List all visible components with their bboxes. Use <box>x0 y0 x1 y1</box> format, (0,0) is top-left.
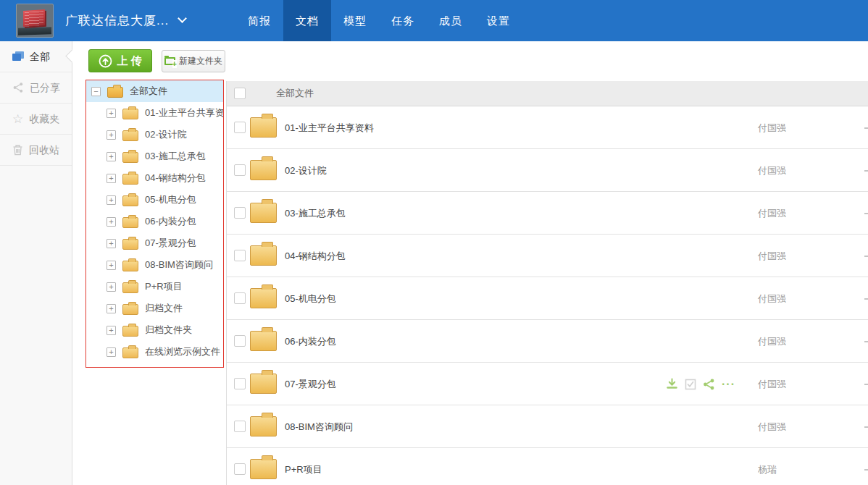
row-checkbox[interactable] <box>234 463 246 475</box>
tree-node[interactable]: + 05-机电分包 <box>86 189 223 211</box>
file-owner: 付国强 <box>758 149 786 192</box>
file-row[interactable]: 04-钢结构分包 付国强 <box>227 235 868 277</box>
folder-icon <box>250 160 277 180</box>
nav-tab-documents[interactable]: 文档 <box>283 0 331 41</box>
expand-icon[interactable]: + <box>107 347 116 357</box>
tree-node-label: P+R项目 <box>145 280 183 293</box>
expand-icon[interactable]: + <box>107 217 116 227</box>
row-checkbox[interactable] <box>234 164 246 176</box>
file-name[interactable]: 04-钢结构分包 <box>285 235 346 277</box>
expand-icon[interactable]: + <box>107 130 116 140</box>
tree-node[interactable]: + 08-BIM咨询顾问 <box>86 254 223 276</box>
tree-node-label: 01-业主平台共享资料 <box>145 106 224 119</box>
expand-icon[interactable]: + <box>107 195 116 205</box>
sidebar-item-recycle-bin[interactable]: 回收站 <box>0 135 72 166</box>
file-name[interactable]: 08-BIM咨询顾问 <box>285 405 353 448</box>
project-switcher[interactable]: 广联达信息大厦... <box>65 0 185 41</box>
expand-icon[interactable]: + <box>107 239 116 248</box>
file-name[interactable]: P+R项目 <box>285 448 322 485</box>
nav-tab-settings[interactable]: 设置 <box>475 0 522 41</box>
file-row[interactable]: 01-业主平台共享资料 付国强 <box>227 106 868 149</box>
row-checkbox[interactable] <box>234 378 246 389</box>
upload-button[interactable]: 上 传 <box>88 49 152 72</box>
tree-node[interactable]: + 06-内装分包 <box>86 211 223 232</box>
nav-tab-briefing[interactable]: 简报 <box>235 0 283 41</box>
check-square-icon[interactable] <box>685 379 696 390</box>
file-row-hovered[interactable]: 07-景观分包 ··· 付国强 <box>227 363 868 405</box>
expand-icon[interactable]: + <box>107 304 116 313</box>
row-checkbox[interactable] <box>234 292 246 304</box>
row-checkbox[interactable] <box>234 122 246 133</box>
row-checkbox[interactable] <box>234 421 246 432</box>
file-name[interactable]: 05-机电分包 <box>285 277 336 320</box>
new-folder-button[interactable]: 新建文件夹 <box>162 50 225 72</box>
share-icon <box>12 82 24 93</box>
tree-node-label: 06-内装分包 <box>145 215 196 228</box>
sidebar-item-shared[interactable]: 已分享 <box>0 72 72 104</box>
sidebar-item-favorites[interactable]: ☆ 收藏夹 <box>0 104 72 135</box>
expand-icon[interactable]: + <box>107 109 116 118</box>
file-row[interactable]: 08-BIM咨询顾问 付国强 <box>227 405 868 448</box>
row-edge-mark <box>864 256 868 257</box>
tree-node-root[interactable]: − 全部文件 <box>86 80 223 102</box>
file-name[interactable]: 07-景观分包 <box>285 363 336 405</box>
nav-tab-members[interactable]: 成员 <box>427 0 475 41</box>
tree-node[interactable]: + 03-施工总承包 <box>86 146 223 167</box>
row-checkbox[interactable] <box>234 335 246 347</box>
file-name[interactable]: 03-施工总承包 <box>285 192 346 235</box>
folder-tree-panel: − 全部文件 + 01-业主平台共享资料 + 02-设计院 + 03-施工总承包… <box>85 80 224 368</box>
file-name[interactable]: 06-内装分包 <box>285 320 336 363</box>
main-nav: 简报 文档 模型 任务 成员 设置 <box>235 0 522 41</box>
tree-node-label: 02-设计院 <box>145 128 187 141</box>
tree-node[interactable]: + 01-业主平台共享资料 <box>86 102 223 124</box>
file-row[interactable]: 06-内装分包 付国强 <box>227 320 868 363</box>
project-title: 广联达信息大厦... <box>65 14 169 28</box>
expand-icon[interactable]: + <box>107 174 116 183</box>
expand-icon[interactable]: + <box>107 261 116 270</box>
nav-tab-models[interactable]: 模型 <box>331 0 379 41</box>
file-row[interactable]: 02-设计院 付国强 <box>227 149 868 192</box>
download-icon[interactable] <box>666 378 678 390</box>
more-actions-icon[interactable]: ··· <box>722 363 735 405</box>
tree-node[interactable]: + 归档文件夹 <box>86 319 223 341</box>
expand-icon[interactable]: + <box>107 282 116 292</box>
share-icon[interactable] <box>703 379 715 390</box>
row-checkbox[interactable] <box>234 207 246 219</box>
tree-node[interactable]: + 02-设计院 <box>86 124 223 146</box>
upload-button-label: 上 传 <box>117 54 141 68</box>
expand-icon[interactable]: + <box>107 326 116 335</box>
tree-node[interactable]: + 归档文件 <box>86 298 223 319</box>
left-sidebar: 全部 已分享 ☆ 收藏夹 回收站 <box>0 41 72 485</box>
file-name[interactable]: 01-业主平台共享资料 <box>285 106 374 149</box>
folder-icon <box>250 331 277 351</box>
folder-icon <box>122 109 138 119</box>
file-name[interactable]: 02-设计院 <box>285 149 327 192</box>
tree-node[interactable]: + 在线浏览示例文件 <box>86 341 223 363</box>
row-edge-mark <box>864 341 868 342</box>
file-owner: 付国强 <box>758 320 786 363</box>
row-checkbox[interactable] <box>234 250 246 261</box>
sidebar-item-all[interactable]: 全部 <box>0 41 72 72</box>
tree-node[interactable]: + 04-钢结构分包 <box>86 167 223 189</box>
nav-tab-tasks[interactable]: 任务 <box>379 0 427 41</box>
file-list-header: 全部文件 <box>227 81 868 106</box>
tree-node-label: 归档文件 <box>145 302 183 315</box>
sidebar-item-label: 回收站 <box>29 135 59 166</box>
select-all-checkbox[interactable] <box>234 88 246 99</box>
project-logo <box>16 4 54 38</box>
file-list: 全部文件 01-业主平台共享资料 付国强 02-设计院 付国强 03-施工总承包… <box>226 81 868 485</box>
tree-node-label: 05-机电分包 <box>145 193 196 206</box>
collapse-icon[interactable]: − <box>91 87 101 96</box>
file-row[interactable]: 03-施工总承包 付国强 <box>227 192 868 235</box>
row-edge-mark <box>864 298 868 300</box>
row-edge-mark <box>864 469 868 471</box>
tree-node[interactable]: + 07-景观分包 <box>86 232 223 254</box>
file-row[interactable]: 05-机电分包 付国强 <box>227 277 868 320</box>
file-owner: 付国强 <box>758 277 786 320</box>
file-owner: 付国强 <box>758 106 786 149</box>
file-owner: 付国强 <box>758 363 786 405</box>
tree-node[interactable]: + P+R项目 <box>86 276 223 298</box>
file-row[interactable]: P+R项目 杨瑞 <box>227 448 868 485</box>
expand-icon[interactable]: + <box>107 152 116 161</box>
tree-node-label: 04-钢结构分包 <box>145 172 206 185</box>
